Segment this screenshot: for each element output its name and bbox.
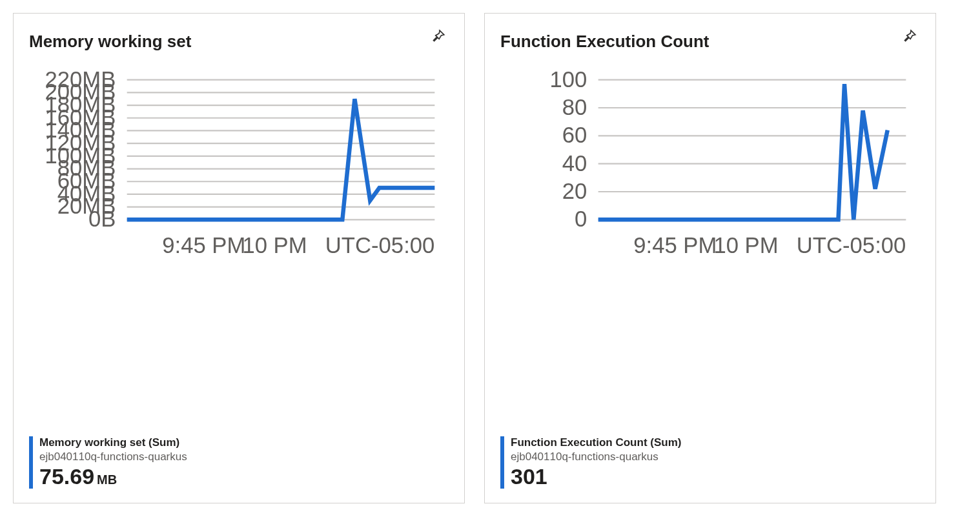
metric-card-function-count: Function Execution Count 0204060801009:4… <box>484 13 936 503</box>
svg-text:20: 20 <box>562 179 587 203</box>
svg-text:10 PM: 10 PM <box>242 233 307 258</box>
legend-value-number: 75.69 <box>39 464 94 489</box>
card-title: Function Execution Count <box>500 32 709 52</box>
card-title: Memory working set <box>29 32 191 52</box>
line-chart-memory[interactable]: 0B20MB40MB60MB80MB100MB120MB140MB160MB18… <box>29 66 449 276</box>
svg-text:9:45 PM: 9:45 PM <box>162 233 245 258</box>
pin-button[interactable] <box>898 25 920 47</box>
legend-text: Function Execution Count (Sum) ejb040110… <box>511 436 681 489</box>
pin-icon <box>429 28 446 45</box>
svg-text:10 PM: 10 PM <box>713 233 778 258</box>
svg-text:9:45 PM: 9:45 PM <box>633 233 717 258</box>
svg-text:60: 60 <box>562 123 587 147</box>
line-chart-function-count[interactable]: 0204060801009:45 PM10 PMUTC-05:00 <box>500 66 920 276</box>
legend-value-number: 301 <box>511 464 547 489</box>
svg-text:40: 40 <box>562 150 587 175</box>
legend-text: Memory working set (Sum) ejb040110q-func… <box>39 436 187 489</box>
legend-series-resource: ejb040110q-functions-quarkus <box>39 451 187 463</box>
legend-series-resource: ejb040110q-functions-quarkus <box>511 451 681 463</box>
card-header: Function Execution Count <box>500 25 920 52</box>
pin-button[interactable] <box>427 25 449 47</box>
chart-area: 0204060801009:45 PM10 PMUTC-05:00 <box>500 66 920 427</box>
chart-area: 0B20MB40MB60MB80MB100MB120MB140MB160MB18… <box>29 66 449 427</box>
legend-value: 301 <box>511 465 681 489</box>
svg-text:80: 80 <box>562 95 587 119</box>
legend: Function Execution Count (Sum) ejb040110… <box>500 436 920 489</box>
svg-text:0: 0 <box>575 207 587 231</box>
svg-text:100: 100 <box>550 67 587 92</box>
legend-color-bar <box>500 436 504 489</box>
legend-series-name: Memory working set (Sum) <box>39 436 187 449</box>
pin-icon <box>901 28 917 45</box>
svg-text:UTC-05:00: UTC-05:00 <box>797 233 906 258</box>
legend-value: 75.69MB <box>39 465 187 489</box>
metric-card-memory: Memory working set 0B20MB40MB60MB80MB100… <box>13 13 465 503</box>
svg-text:220MB: 220MB <box>45 67 116 92</box>
legend-value-unit: MB <box>97 472 117 487</box>
legend-series-name: Function Execution Count (Sum) <box>511 436 681 449</box>
card-header: Memory working set <box>29 25 449 52</box>
svg-text:UTC-05:00: UTC-05:00 <box>325 233 434 258</box>
legend: Memory working set (Sum) ejb040110q-func… <box>29 436 449 489</box>
legend-color-bar <box>29 436 33 489</box>
